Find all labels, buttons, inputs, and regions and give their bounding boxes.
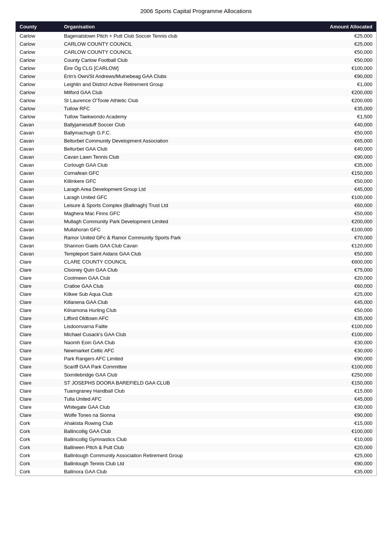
- organisation-cell: CARLOW COUNTY COUNCIL: [60, 48, 309, 56]
- amount-cell: €100,000: [310, 363, 377, 371]
- organisation-cell: Newmarket Celtic AFC: [60, 347, 309, 355]
- organisation-cell: Leisure & Sports Complex (Ballinagh) Tru…: [60, 201, 309, 209]
- amount-cell: €25,000: [310, 32, 377, 40]
- amount-cell: €20,000: [310, 443, 377, 451]
- table-row: CarlowLeighlin and District Active Retir…: [16, 80, 377, 88]
- amount-cell: €600,000: [310, 258, 377, 266]
- county-cell: Clare: [16, 379, 60, 387]
- amount-cell: €15,000: [310, 419, 377, 427]
- amount-cell: €30,000: [310, 403, 377, 411]
- amount-cell: €100,000: [310, 427, 377, 435]
- table-row: CarlowÉire Óg CLG [CARLOW]€100,000: [16, 64, 377, 72]
- table-row: CarlowBagenalstown Pitch + Putt Club Soc…: [16, 32, 377, 40]
- county-cell: Cork: [16, 427, 60, 435]
- table-row: CavanLaragh Area Development Group Ltd€4…: [16, 185, 377, 193]
- organisation-cell: Ballineen PItch & Putt Club: [60, 443, 309, 451]
- table-row: CarlowMilford GAA Club€200,000: [16, 88, 377, 96]
- organisation-cell: Milford GAA Club: [60, 88, 309, 96]
- table-row: ClareNaomh Eoin GAA Club€30,000: [16, 338, 377, 347]
- county-cell: Carlow: [16, 32, 60, 40]
- county-cell: Cavan: [16, 201, 60, 209]
- organisation-cell: Laragh United GFC: [60, 193, 309, 201]
- county-cell: Clare: [16, 387, 60, 395]
- organisation-cell: Kilkee Sub Aqua Club: [60, 290, 309, 298]
- county-cell: Clare: [16, 314, 60, 322]
- organisation-cell: Belturbet Community Development Associat…: [60, 137, 309, 145]
- county-cell: Clare: [16, 282, 60, 290]
- organisation-cell: Wolfe Tones na Sionna: [60, 411, 309, 419]
- organisation-cell: Belturbet GAA Club: [60, 145, 309, 153]
- table-row: ClareWhitegate GAA Club€30,000: [16, 403, 377, 411]
- table-row: CarlowCARLOW COUNTY COUNCIL€25,000: [16, 40, 377, 48]
- amount-cell: €90,000: [310, 411, 377, 419]
- amount-cell: €75,000: [310, 266, 377, 274]
- table-row: CarlowTullow Taekwondo Academy€1,500: [16, 113, 377, 121]
- county-cell: Cavan: [16, 121, 60, 129]
- county-cell: Clare: [16, 363, 60, 371]
- organisation-cell: Kilnamona Hurling Club: [60, 306, 309, 314]
- amount-cell: €250,000: [310, 371, 377, 379]
- table-row: CarlowSt Laurence O'Toole Athletic Club€…: [16, 96, 377, 104]
- table-row: CavanBelturbet Community Development Ass…: [16, 137, 377, 145]
- organisation-cell: Éire Óg CLG [CARLOW]: [60, 64, 309, 72]
- table-row: CavanCavan Lawn Tennis Club€90,000: [16, 153, 377, 161]
- organisation-cell: Park Rangers AFC Limited: [60, 355, 309, 363]
- county-cell: Clare: [16, 290, 60, 298]
- amount-header: Amount Allocated: [310, 22, 377, 32]
- county-cell: Cork: [16, 419, 60, 427]
- table-row: CorkBallinora GAA Club€35,000: [16, 468, 377, 476]
- organisation-cell: Lifford Oldtown AFC: [60, 314, 309, 322]
- organisation-cell: Sixmilebridge GAA Club: [60, 371, 309, 379]
- county-header: County: [16, 22, 60, 32]
- amount-cell: €100,000: [310, 330, 377, 338]
- county-cell: Carlow: [16, 88, 60, 96]
- amount-cell: €65,000: [310, 137, 377, 145]
- organisation-cell: Maghera Mac Finns GFC: [60, 209, 309, 217]
- county-cell: Cavan: [16, 250, 60, 258]
- table-row: CorkBallincollig GAA Club€100,000: [16, 427, 377, 435]
- organisation-cell: Tullow Taekwondo Academy: [60, 113, 309, 121]
- table-row: CorkAhakista Rowing Club€15,000: [16, 419, 377, 427]
- amount-cell: €50,000: [310, 56, 377, 64]
- organisation-cell: Cornafean GFC: [60, 169, 309, 177]
- county-cell: Clare: [16, 347, 60, 355]
- amount-cell: €100,000: [310, 322, 377, 330]
- table-row: CorkBallineen PItch & Putt Club€20,000: [16, 443, 377, 451]
- county-cell: Cork: [16, 459, 60, 468]
- table-row: ClareScariff GAA Park Committee€100,000: [16, 363, 377, 371]
- county-cell: Cavan: [16, 193, 60, 201]
- amount-cell: €100,000: [310, 193, 377, 201]
- organisation-cell: Cavan Lawn Tennis Club: [60, 153, 309, 161]
- amount-cell: €100,000: [310, 64, 377, 72]
- county-cell: Clare: [16, 298, 60, 306]
- organisation-cell: Scariff GAA Park Committee: [60, 363, 309, 371]
- amount-cell: €20,000: [310, 274, 377, 282]
- amount-cell: €35,000: [310, 104, 377, 113]
- table-row: ClareWolfe Tones na Sionna€90,000: [16, 411, 377, 419]
- table-row: ClareCoolmeen GAA Club€20,000: [16, 274, 377, 282]
- table-row: CavanMaghera Mac Finns GFC€50,000: [16, 209, 377, 217]
- organisation-cell: Mullagh Community Park Development Limit…: [60, 217, 309, 226]
- county-cell: Carlow: [16, 40, 60, 48]
- county-cell: Carlow: [16, 72, 60, 80]
- organisation-cell: Bagenalstown Pitch + Putt Club Soccer Te…: [60, 32, 309, 40]
- table-row: CavanCorlough GAA Club€35,000: [16, 161, 377, 169]
- amount-cell: €70,000: [310, 234, 377, 242]
- amount-cell: €200,000: [310, 217, 377, 226]
- table-row: ClareKilkee Sub Aqua Club€25,000: [16, 290, 377, 298]
- table-row: ClareTuamgraney Handball Club€15,000: [16, 387, 377, 395]
- county-cell: Cavan: [16, 161, 60, 169]
- organisation-cell: Whitegate GAA Club: [60, 403, 309, 411]
- table-row: CavanMullagh Community Park Development …: [16, 217, 377, 226]
- organisation-cell: Ballyjamesduff Soccer Club: [60, 121, 309, 129]
- county-cell: Cavan: [16, 242, 60, 250]
- organisation-cell: Tullow RFC: [60, 104, 309, 113]
- county-cell: Clare: [16, 306, 60, 314]
- county-cell: Cork: [16, 443, 60, 451]
- organisation-cell: Ramor United GFc & Ramor Community Sport…: [60, 234, 309, 242]
- amount-cell: €1,500: [310, 113, 377, 121]
- amount-cell: €120,000: [310, 242, 377, 250]
- organisation-cell: Ballinlough Tennis Club Ltd: [60, 459, 309, 468]
- amount-cell: €35,000: [310, 161, 377, 169]
- organisation-cell: Ahakista Rowing Club: [60, 419, 309, 427]
